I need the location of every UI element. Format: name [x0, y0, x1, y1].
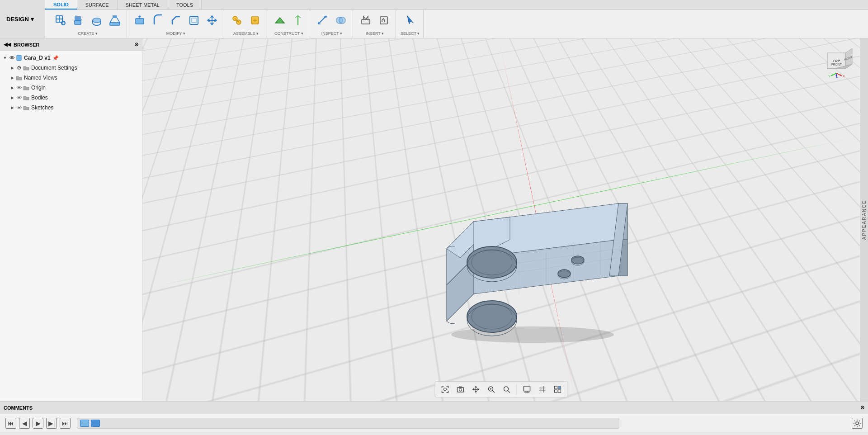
- chamfer-btn[interactable]: [168, 12, 184, 28]
- play-btn[interactable]: ▶: [33, 418, 43, 429]
- browser-tree: ▼ 👁 Cara_D v1 📌 ▶ ⚙ Document Settings ▶: [0, 51, 142, 401]
- view-options-btn[interactable]: [551, 383, 564, 396]
- timeline[interactable]: [77, 418, 619, 429]
- comments-pin[interactable]: ⊙: [860, 405, 864, 411]
- tree-label-bodies: Bodies: [31, 95, 48, 101]
- svg-point-4: [93, 18, 101, 23]
- modify-icons: [132, 12, 220, 28]
- svg-rect-70: [558, 390, 561, 392]
- grid-settings-btn[interactable]: [536, 383, 548, 396]
- tree-item-doc-settings[interactable]: ▶ ⚙ Document Settings: [0, 63, 142, 73]
- tree-item-bodies[interactable]: ▶ 👁 Bodies: [0, 93, 142, 103]
- press-pull-btn[interactable]: [132, 12, 148, 28]
- tree-item-origin[interactable]: ▶ 👁 Origin: [0, 83, 142, 93]
- tree-eye-bodies[interactable]: 👁: [15, 94, 23, 101]
- design-menu[interactable]: DESIGN ▾: [0, 0, 45, 38]
- joint-btn[interactable]: [229, 12, 245, 28]
- tree-item-named-views[interactable]: ▶ Named Views: [0, 73, 142, 83]
- tab-solid[interactable]: SOLID: [45, 0, 77, 9]
- 3d-part: [401, 122, 627, 339]
- svg-text:Y: Y: [828, 75, 830, 78]
- tool-row: CREATE ▾: [45, 10, 868, 38]
- interference-btn[interactable]: [333, 12, 349, 28]
- toolbar: DESIGN ▾ SOLID SURFACE SHEET METAL TOOLS: [0, 0, 868, 38]
- prev-btn[interactable]: ◀: [19, 418, 30, 429]
- tree-toggle-doc[interactable]: ▶: [9, 65, 15, 71]
- loft-btn[interactable]: [107, 12, 123, 28]
- select-btn[interactable]: [402, 12, 418, 28]
- tree-gear-icon: ⚙: [15, 64, 23, 71]
- statusbar: ⏮ ◀ ▶ ▶| ⏭: [0, 414, 868, 432]
- insert-mesh-btn[interactable]: [358, 12, 374, 28]
- move-btn[interactable]: [204, 12, 220, 28]
- svg-rect-69: [554, 390, 557, 392]
- svg-rect-5: [110, 23, 120, 25]
- tree-toggle-sketches[interactable]: ▶: [9, 104, 15, 111]
- timeline-solid-item[interactable]: [91, 420, 100, 427]
- create-group: CREATE ▾: [49, 10, 127, 38]
- comments-label: COMMENTS: [4, 405, 33, 411]
- timeline-sketch-item[interactable]: [80, 420, 89, 427]
- rigid-group-btn[interactable]: [247, 12, 263, 28]
- display-settings-btn[interactable]: [520, 383, 533, 396]
- modify-group: MODIFY ▾: [128, 10, 224, 38]
- extrude-btn[interactable]: [71, 12, 87, 28]
- insert-svg-btn[interactable]: [376, 12, 392, 28]
- fillet-btn[interactable]: [150, 12, 166, 28]
- comments-left: COMMENTS: [4, 405, 33, 411]
- zoom-btn[interactable]: [500, 383, 513, 396]
- tab-sheet-metal[interactable]: SHEET METAL: [118, 0, 168, 9]
- skip-forward-btn[interactable]: ⏭: [60, 418, 71, 429]
- shell-btn[interactable]: [186, 12, 202, 28]
- tree-pin-root[interactable]: 📌: [52, 55, 59, 61]
- tree-toggle-root[interactable]: ▼: [2, 55, 8, 61]
- settings-btn[interactable]: [852, 418, 863, 429]
- collapse-left-icon[interactable]: ◀◀: [4, 42, 11, 47]
- construct-axis-btn[interactable]: [290, 12, 306, 28]
- appearance-panel[interactable]: APPEARANCE: [860, 38, 868, 401]
- svg-rect-17: [380, 17, 387, 24]
- svg-point-71: [856, 422, 859, 425]
- nav-cube[interactable]: TOP FRONT RIGHT Z X Y: [818, 44, 854, 80]
- tree-toggle-origin[interactable]: ▶: [9, 85, 15, 91]
- inspect-label: INSPECT ▾: [321, 31, 342, 36]
- tree-item-sketches[interactable]: ▶ 👁 Sketches: [0, 103, 142, 113]
- tree-eye-root[interactable]: 👁: [8, 54, 15, 61]
- measure-btn[interactable]: [315, 12, 331, 28]
- tree-toggle-bodies[interactable]: ▶: [9, 95, 15, 101]
- svg-rect-6: [113, 15, 117, 18]
- comments-panel: COMMENTS ⊙: [0, 401, 868, 414]
- fit-all-btn[interactable]: [439, 383, 451, 396]
- tab-surface[interactable]: SURFACE: [77, 0, 118, 9]
- pan-btn[interactable]: [469, 383, 482, 396]
- svg-text:Z: Z: [836, 76, 839, 80]
- skip-back-btn[interactable]: ⏮: [5, 418, 16, 429]
- browser-pin-icon[interactable]: ⊙: [134, 42, 138, 47]
- tree-toggle-views[interactable]: ▶: [9, 75, 15, 81]
- tab-tools[interactable]: TOOLS: [168, 0, 202, 9]
- design-dropdown-icon: ▾: [31, 16, 34, 23]
- construct-icons: [272, 12, 306, 28]
- tree-folder-origin: [23, 84, 30, 91]
- tree-item-root[interactable]: ▼ 👁 Cara_D v1 📌: [0, 53, 142, 63]
- next-btn[interactable]: ▶|: [46, 418, 57, 429]
- camera-btn[interactable]: [454, 383, 467, 396]
- browser-label: BROWSER: [14, 42, 39, 47]
- tree-eye-origin[interactable]: 👁: [15, 84, 23, 91]
- browser-header-left: ◀◀ BROWSER: [4, 42, 39, 47]
- zoom-window-btn[interactable]: [485, 383, 497, 396]
- browser-header: ◀◀ BROWSER ⊙: [0, 38, 142, 51]
- assemble-label: ASSEMBLE ▾: [233, 31, 259, 36]
- assemble-group: ASSEMBLE ▾: [225, 10, 267, 38]
- svg-text:X: X: [843, 75, 845, 78]
- select-group: SELECT ▾: [397, 10, 424, 38]
- tree-doc-icon: [15, 54, 23, 61]
- tree-label-views: Named Views: [24, 75, 57, 81]
- svg-rect-66: [524, 386, 530, 391]
- tree-eye-sketches[interactable]: 👁: [15, 104, 23, 111]
- revolve-btn[interactable]: [89, 12, 105, 28]
- viewport[interactable]: TOP FRONT RIGHT Z X Y: [142, 38, 860, 401]
- construct-plane-btn[interactable]: [272, 12, 288, 28]
- new-component-btn[interactable]: [52, 12, 69, 28]
- design-label: DESIGN: [6, 16, 29, 23]
